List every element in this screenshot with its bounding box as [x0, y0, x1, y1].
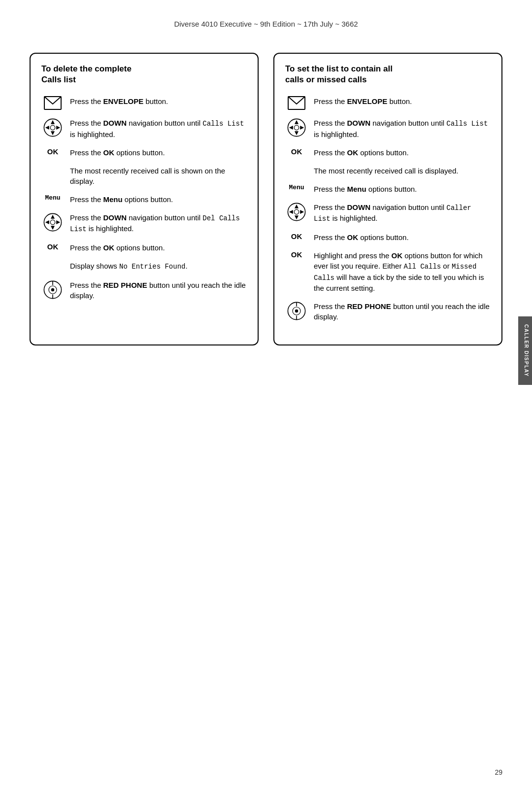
left-step-6-text: Press the DOWN navigation button until D… — [70, 212, 247, 235]
right-step-2-text: Press the DOWN navigation button until C… — [314, 118, 491, 139]
menu-icon: Menu — [41, 194, 64, 202]
page-header: Diverse 4010 Executive ~ 9th Edition ~ 1… — [30, 20, 502, 28]
right-step-9-text: Press the RED PHONE button until you rea… — [314, 301, 491, 322]
right-step-2: Press the DOWN navigation button until C… — [285, 118, 491, 139]
left-step-5: Menu Press the Menu options button. — [41, 194, 247, 205]
right-step-7: OK Press the OK options button. — [285, 232, 491, 242]
ok-icon-r: OK — [285, 147, 308, 156]
ok-icon: OK — [41, 147, 64, 156]
right-step-3-text: Press the OK options button. — [314, 147, 409, 158]
svg-marker-10 — [45, 220, 49, 224]
svg-point-6 — [50, 125, 55, 130]
right-step-8: OK Highlight and press the OK options bu… — [285, 250, 491, 293]
menu-icon-r: Menu — [285, 184, 308, 191]
left-step-6: Press the DOWN navigation button until D… — [41, 212, 247, 235]
right-step-6-text: Press the DOWN navigation button until C… — [314, 202, 491, 224]
right-step-1-text: Press the ENVELOPE button. — [314, 96, 412, 106]
svg-marker-2 — [51, 120, 55, 124]
left-column: To delete the complete Calls list Press … — [30, 53, 259, 345]
navpad-icon — [41, 118, 64, 138]
right-column-title: To set the list to contain all calls or … — [285, 64, 491, 85]
svg-marker-28 — [289, 210, 293, 214]
right-step-5: Menu Press the Menu options button. — [285, 184, 491, 194]
right-step-3: OK Press the OK options button. — [285, 147, 491, 158]
left-step-9: Press the RED PHONE button until you rea… — [41, 280, 247, 301]
ok-icon-r2: OK — [285, 232, 308, 241]
header-title: Diverse 4010 Executive ~ 9th Edition ~ 1… — [174, 20, 358, 28]
svg-point-15 — [51, 288, 54, 291]
left-step-7: OK Press the OK options button. — [41, 242, 247, 253]
envelope-icon-r — [285, 96, 308, 110]
svg-marker-5 — [56, 126, 60, 130]
svg-marker-20 — [295, 120, 299, 124]
left-step-9-text: Press the RED PHONE button until you rea… — [70, 280, 247, 301]
svg-marker-4 — [45, 126, 49, 130]
left-step-8-text: Display shows No Entries Found. — [70, 261, 188, 272]
ok-icon-r3: OK — [285, 250, 308, 259]
svg-marker-22 — [289, 126, 293, 130]
left-step-2-text: Press the DOWN navigation button until C… — [70, 118, 247, 139]
svg-marker-29 — [300, 210, 304, 214]
envelope-icon — [41, 96, 64, 110]
svg-marker-27 — [295, 215, 299, 219]
content-area: To delete the complete Calls list Press … — [30, 53, 502, 345]
left-step-1: Press the ENVELOPE button. — [41, 96, 247, 110]
redphone-icon — [41, 280, 64, 300]
right-step-6: Press the DOWN navigation button until C… — [285, 202, 491, 224]
svg-point-24 — [294, 125, 299, 130]
left-step-3-text: Press the OK options button. — [70, 147, 165, 158]
navpad-icon-r2 — [285, 202, 308, 222]
svg-marker-9 — [51, 226, 55, 230]
left-step-5-text: Press the Menu options button. — [70, 194, 173, 205]
svg-point-12 — [50, 220, 55, 225]
left-step-1-text: Press the ENVELOPE button. — [70, 96, 168, 106]
svg-marker-11 — [56, 220, 60, 224]
svg-point-33 — [295, 310, 298, 312]
left-column-title: To delete the complete Calls list — [41, 64, 247, 85]
left-step-3: OK Press the OK options button. — [41, 147, 247, 158]
right-step-4-text: The most recently received call is displ… — [314, 166, 458, 176]
left-step-7-text: Press the OK options button. — [70, 242, 165, 253]
svg-marker-8 — [51, 215, 55, 219]
ok-icon-2: OK — [41, 242, 64, 251]
right-step-7-text: Press the OK options button. — [314, 232, 409, 242]
navpad-icon-2 — [41, 212, 64, 232]
right-step-9: Press the RED PHONE button until you rea… — [285, 301, 491, 322]
navpad-icon-r — [285, 118, 308, 138]
right-step-4: The most recently received call is displ… — [285, 166, 491, 176]
right-step-8-text: Highlight and press the OK options butto… — [314, 250, 491, 293]
right-step-1: Press the ENVELOPE button. — [285, 96, 491, 110]
right-column: To set the list to contain all calls or … — [273, 53, 502, 345]
side-tab: CALLER DISPLAY — [518, 316, 532, 385]
svg-point-30 — [294, 209, 299, 214]
page: Diverse 4010 Executive ~ 9th Edition ~ 1… — [0, 0, 532, 791]
left-step-2: Press the DOWN navigation button until C… — [41, 118, 247, 139]
left-step-4-text: The most recently received call is shown… — [70, 166, 247, 186]
page-number: 29 — [495, 768, 502, 776]
left-step-4: The most recently received call is shown… — [41, 166, 247, 186]
svg-marker-23 — [300, 126, 304, 130]
svg-marker-26 — [295, 205, 299, 208]
left-step-8: Display shows No Entries Found. — [41, 261, 247, 272]
svg-marker-21 — [295, 131, 299, 135]
right-step-5-text: Press the Menu options button. — [314, 184, 417, 194]
svg-marker-3 — [51, 131, 55, 135]
redphone-icon-r — [285, 301, 308, 321]
